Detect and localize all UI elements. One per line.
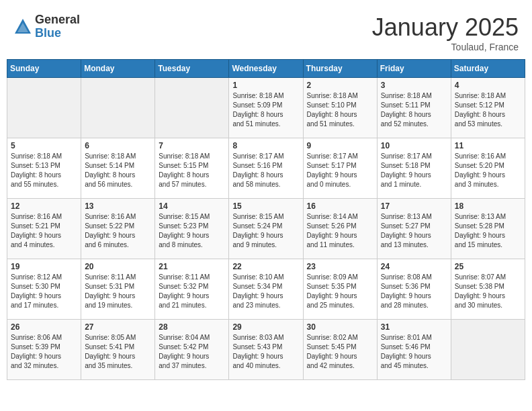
calendar-cell: 2Sunrise: 8:18 AM Sunset: 5:10 PM Daylig… — [303, 78, 377, 138]
day-number: 2 — [307, 81, 373, 90]
day-number: 14 — [159, 201, 225, 211]
day-number: 23 — [307, 262, 373, 271]
day-number: 31 — [381, 322, 447, 332]
calendar-cell: 4Sunrise: 8:18 AM Sunset: 5:12 PM Daylig… — [451, 78, 525, 138]
day-info: Sunrise: 8:13 AM Sunset: 5:28 PM Dayligh… — [455, 212, 521, 250]
day-number: 29 — [232, 322, 299, 332]
calendar-cell: 3Sunrise: 8:18 AM Sunset: 5:11 PM Daylig… — [377, 78, 451, 138]
day-info: Sunrise: 8:18 AM Sunset: 5:11 PM Dayligh… — [381, 91, 447, 129]
calendar-cell: 25Sunrise: 8:07 AM Sunset: 5:38 PM Dayli… — [451, 259, 525, 320]
calendar-cell: 12Sunrise: 8:16 AM Sunset: 5:21 PM Dayli… — [7, 199, 81, 259]
calendar-cell: 21Sunrise: 8:11 AM Sunset: 5:32 PM Dayli… — [155, 259, 229, 320]
logo-icon — [13, 17, 32, 36]
day-info: Sunrise: 8:06 AM Sunset: 5:39 PM Dayligh… — [11, 333, 77, 371]
calendar-cell: 28Sunrise: 8:04 AM Sunset: 5:42 PM Dayli… — [155, 320, 229, 380]
weekday-header: Monday — [81, 60, 155, 78]
day-info: Sunrise: 8:14 AM Sunset: 5:26 PM Dayligh… — [307, 212, 373, 250]
day-info: Sunrise: 8:09 AM Sunset: 5:35 PM Dayligh… — [307, 273, 373, 310]
day-info: Sunrise: 8:18 AM Sunset: 5:13 PM Dayligh… — [11, 152, 77, 189]
day-number: 30 — [307, 322, 373, 332]
calendar-table: SundayMondayTuesdayWednesdayThursdayFrid… — [7, 59, 525, 380]
weekday-header: Friday — [377, 60, 451, 78]
calendar-cell: 23Sunrise: 8:09 AM Sunset: 5:35 PM Dayli… — [303, 259, 377, 320]
calendar-cell: 29Sunrise: 8:03 AM Sunset: 5:43 PM Dayli… — [229, 320, 303, 380]
day-info: Sunrise: 8:08 AM Sunset: 5:36 PM Dayligh… — [381, 273, 447, 310]
day-number: 12 — [11, 201, 77, 211]
day-info: Sunrise: 8:02 AM Sunset: 5:45 PM Dayligh… — [307, 333, 373, 371]
weekday-header: Saturday — [451, 60, 525, 78]
day-number: 16 — [307, 201, 373, 211]
calendar-cell — [7, 78, 81, 138]
day-info: Sunrise: 8:03 AM Sunset: 5:43 PM Dayligh… — [232, 333, 299, 371]
day-number: 22 — [232, 262, 299, 271]
calendar-cell: 27Sunrise: 8:05 AM Sunset: 5:41 PM Dayli… — [81, 320, 155, 380]
weekday-header: Sunday — [7, 60, 81, 78]
day-number: 26 — [11, 322, 77, 332]
day-number: 4 — [455, 81, 521, 90]
calendar-cell — [451, 320, 525, 380]
day-info: Sunrise: 8:17 AM Sunset: 5:17 PM Dayligh… — [307, 152, 373, 189]
day-number: 10 — [381, 141, 447, 150]
day-info: Sunrise: 8:18 AM Sunset: 5:12 PM Dayligh… — [455, 91, 521, 129]
calendar-week-row: 19Sunrise: 8:12 AM Sunset: 5:30 PM Dayli… — [7, 259, 525, 320]
day-info: Sunrise: 8:05 AM Sunset: 5:41 PM Dayligh… — [85, 333, 151, 371]
day-number: 25 — [455, 262, 521, 271]
calendar-cell: 20Sunrise: 8:11 AM Sunset: 5:31 PM Dayli… — [81, 259, 155, 320]
day-number: 13 — [85, 201, 151, 211]
logo: General Blue — [13, 13, 80, 40]
calendar-cell: 10Sunrise: 8:17 AM Sunset: 5:18 PM Dayli… — [377, 138, 451, 199]
day-info: Sunrise: 8:18 AM Sunset: 5:10 PM Dayligh… — [307, 91, 373, 129]
calendar-cell: 16Sunrise: 8:14 AM Sunset: 5:26 PM Dayli… — [303, 199, 377, 259]
day-number: 17 — [381, 201, 447, 211]
day-number: 11 — [455, 141, 521, 150]
day-info: Sunrise: 8:16 AM Sunset: 5:21 PM Dayligh… — [11, 212, 77, 250]
calendar-cell: 8Sunrise: 8:17 AM Sunset: 5:16 PM Daylig… — [229, 138, 303, 199]
calendar-cell: 13Sunrise: 8:16 AM Sunset: 5:22 PM Dayli… — [81, 199, 155, 259]
month-year: January 2025 — [372, 13, 519, 42]
calendar-cell: 18Sunrise: 8:13 AM Sunset: 5:28 PM Dayli… — [451, 199, 525, 259]
day-info: Sunrise: 8:01 AM Sunset: 5:46 PM Dayligh… — [381, 333, 447, 371]
day-info: Sunrise: 8:15 AM Sunset: 5:23 PM Dayligh… — [159, 212, 225, 250]
day-info: Sunrise: 8:12 AM Sunset: 5:30 PM Dayligh… — [11, 273, 77, 310]
day-number: 8 — [232, 141, 299, 150]
day-info: Sunrise: 8:18 AM Sunset: 5:09 PM Dayligh… — [232, 91, 299, 129]
weekday-header: Wednesday — [229, 60, 303, 78]
weekday-header: Tuesday — [155, 60, 229, 78]
title-section: January 2025 Toulaud, France — [372, 13, 519, 52]
day-info: Sunrise: 8:11 AM Sunset: 5:31 PM Dayligh… — [85, 273, 151, 310]
day-info: Sunrise: 8:13 AM Sunset: 5:27 PM Dayligh… — [381, 212, 447, 250]
calendar-cell: 17Sunrise: 8:13 AM Sunset: 5:27 PM Dayli… — [377, 199, 451, 259]
calendar-cell: 1Sunrise: 8:18 AM Sunset: 5:09 PM Daylig… — [229, 78, 303, 138]
day-number: 21 — [159, 262, 225, 271]
day-number: 19 — [11, 262, 77, 271]
day-info: Sunrise: 8:07 AM Sunset: 5:38 PM Dayligh… — [455, 273, 521, 310]
day-number: 27 — [85, 322, 151, 332]
logo-general: General — [35, 13, 80, 27]
location: Toulaud, France — [372, 42, 519, 52]
day-info: Sunrise: 8:17 AM Sunset: 5:18 PM Dayligh… — [381, 152, 447, 189]
calendar-cell — [81, 78, 155, 138]
weekday-header: Thursday — [303, 60, 377, 78]
calendar-week-row: 5Sunrise: 8:18 AM Sunset: 5:13 PM Daylig… — [7, 138, 525, 199]
day-number: 24 — [381, 262, 447, 271]
day-number: 9 — [307, 141, 373, 150]
day-info: Sunrise: 8:16 AM Sunset: 5:20 PM Dayligh… — [455, 152, 521, 189]
logo-text: General Blue — [35, 13, 80, 40]
day-info: Sunrise: 8:11 AM Sunset: 5:32 PM Dayligh… — [159, 273, 225, 310]
page-header: General Blue January 2025 Toulaud, Franc… — [7, 7, 525, 56]
day-number: 7 — [159, 141, 225, 150]
day-info: Sunrise: 8:04 AM Sunset: 5:42 PM Dayligh… — [159, 333, 225, 371]
day-number: 3 — [381, 81, 447, 90]
day-info: Sunrise: 8:15 AM Sunset: 5:24 PM Dayligh… — [232, 212, 299, 250]
day-number: 5 — [11, 141, 77, 150]
weekday-header-row: SundayMondayTuesdayWednesdayThursdayFrid… — [7, 60, 525, 78]
calendar-week-row: 12Sunrise: 8:16 AM Sunset: 5:21 PM Dayli… — [7, 199, 525, 259]
day-info: Sunrise: 8:10 AM Sunset: 5:34 PM Dayligh… — [232, 273, 299, 310]
calendar-week-row: 1Sunrise: 8:18 AM Sunset: 5:09 PM Daylig… — [7, 78, 525, 138]
day-number: 6 — [85, 141, 151, 150]
calendar-cell: 14Sunrise: 8:15 AM Sunset: 5:23 PM Dayli… — [155, 199, 229, 259]
calendar-cell: 26Sunrise: 8:06 AM Sunset: 5:39 PM Dayli… — [7, 320, 81, 380]
calendar-cell: 22Sunrise: 8:10 AM Sunset: 5:34 PM Dayli… — [229, 259, 303, 320]
day-number: 20 — [85, 262, 151, 271]
calendar-cell: 15Sunrise: 8:15 AM Sunset: 5:24 PM Dayli… — [229, 199, 303, 259]
